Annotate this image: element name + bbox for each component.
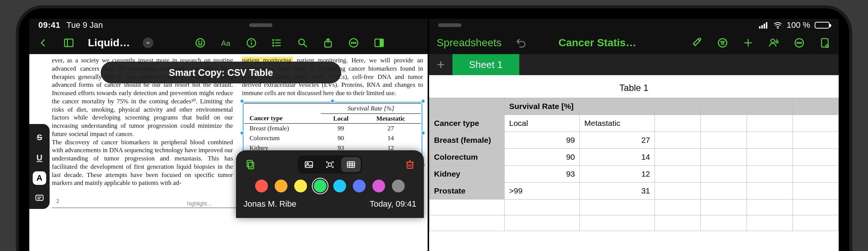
svg-rect-42	[761, 25, 763, 29]
resize-handle[interactable]	[240, 131, 244, 135]
undo-button[interactable]	[514, 36, 527, 49]
grid-cell[interactable]: Metastatic	[580, 115, 655, 132]
breadcrumb-spreadsheets[interactable]: Spreadsheets	[437, 37, 502, 49]
resize-handle[interactable]	[421, 99, 425, 103]
grid-cell[interactable]: 99	[505, 132, 580, 149]
underline-button[interactable]: U	[33, 151, 46, 165]
grid-cell[interactable]: 27	[580, 132, 655, 149]
format-brush-button[interactable]	[691, 36, 703, 49]
reader-app: 09:41 Tue 9 Jan Liquid… Aa	[29, 19, 428, 251]
color-swatch[interactable]	[294, 180, 307, 192]
color-swatch[interactable]	[353, 180, 366, 192]
svg-rect-26	[247, 160, 253, 167]
svg-point-12	[272, 45, 274, 46]
svg-point-10	[272, 39, 274, 41]
split-view-button[interactable]	[373, 36, 386, 49]
color-swatch[interactable]	[372, 180, 385, 192]
grid-rowhdr[interactable]: Cancer type	[429, 115, 505, 132]
more-button[interactable]	[793, 36, 806, 49]
info-button[interactable]	[245, 36, 258, 49]
multitask-pill-icon[interactable]	[249, 23, 272, 27]
svg-point-2	[196, 39, 204, 47]
grid-header-span[interactable]: Survival Rate [%]	[505, 98, 655, 115]
toast-label: Smart Copy: CSV Table	[169, 67, 273, 78]
resize-handle[interactable]	[330, 99, 335, 103]
sidebar-toggle-icon[interactable]	[62, 36, 75, 49]
ipad-bezel: 09:41 Tue 9 Jan Liquid… Aa	[19, 8, 849, 251]
sheet-tab-label: Sheet 1	[469, 59, 503, 71]
resize-handle[interactable]	[421, 131, 425, 135]
annotation-timestamp: Today, 09:41	[370, 199, 416, 209]
copy-page-button[interactable]	[243, 158, 256, 171]
svg-point-18	[351, 42, 352, 44]
annotation-author: Jonas M. Ribe	[243, 199, 296, 209]
color-swatch[interactable]	[314, 180, 327, 192]
spreadsheet-canvas[interactable]: Table 1 Survival Rate [%] Cancer typeLoc…	[429, 75, 839, 251]
multitask-pill-icon[interactable]	[438, 23, 461, 27]
svg-rect-0	[65, 39, 73, 47]
highlight-hint: highlight…	[187, 201, 212, 207]
text-style-button[interactable]: Aa	[219, 36, 232, 49]
color-swatch[interactable]	[333, 180, 346, 192]
document-title[interactable]: Liquid…	[88, 37, 130, 49]
numbers-app: 100 % Spreadsheets Cancer Statis… Sheet …	[428, 19, 839, 251]
svg-point-6	[251, 41, 251, 41]
inspector-button[interactable]	[818, 36, 831, 49]
color-swatch[interactable]	[392, 180, 405, 192]
svg-point-59	[801, 42, 802, 44]
collaborate-button[interactable]	[767, 36, 780, 49]
svg-rect-23	[36, 195, 43, 200]
grid-cell[interactable]: 90	[505, 149, 580, 166]
search-button[interactable]	[296, 36, 309, 49]
svg-rect-36	[407, 162, 413, 168]
table-title[interactable]: Table 1	[429, 75, 839, 98]
insert-button[interactable]	[742, 36, 755, 49]
grid-cell[interactable]: 31	[580, 183, 655, 200]
resize-handle[interactable]	[240, 99, 244, 103]
grid-cell[interactable]: Local	[505, 115, 580, 132]
smart-copy-toast: Smart Copy: CSV Table	[101, 62, 341, 83]
page-number: 2	[56, 198, 59, 204]
color-swatch[interactable]	[275, 180, 287, 192]
svg-point-45	[777, 28, 778, 29]
status-bar-left: 09:41 Tue 9 Jan	[29, 19, 428, 32]
grid-cell[interactable]: >99	[505, 183, 580, 200]
grid-rowhdr[interactable]: Colorectum	[429, 149, 505, 166]
outline-button[interactable]	[271, 36, 283, 49]
back-button[interactable]	[37, 36, 50, 49]
copy-format-segmented	[298, 156, 362, 174]
grid-cell[interactable]: 14	[580, 149, 655, 166]
svg-rect-44	[766, 22, 767, 29]
svg-point-57	[797, 42, 798, 44]
grid-cell[interactable]: 12	[580, 166, 655, 183]
spreadsheet-title[interactable]: Cancer Statis…	[558, 37, 636, 49]
sheet-tab-active[interactable]: Sheet 1	[452, 54, 519, 75]
filter-button[interactable]	[716, 36, 729, 49]
color-swatch[interactable]	[255, 180, 268, 192]
svg-text:Aa: Aa	[221, 39, 230, 47]
highlighter-button[interactable]	[194, 36, 207, 49]
more-button[interactable]	[347, 36, 360, 49]
annotation-popover: Jonas M. Ribe Today, 09:41	[236, 150, 424, 218]
textbox-button[interactable]: A	[33, 171, 46, 185]
grid-cell[interactable]: 93	[505, 166, 580, 183]
copy-as-table-button[interactable]	[341, 157, 361, 172]
numbers-toolbar: Spreadsheets Cancer Statis…	[429, 32, 839, 54]
svg-rect-22	[380, 39, 383, 47]
copy-as-scan-button[interactable]	[320, 157, 340, 172]
strikethrough-button[interactable]: S	[33, 131, 46, 144]
copy-as-image-button[interactable]	[299, 157, 319, 172]
share-button[interactable]	[322, 36, 334, 49]
delete-annotation-button[interactable]	[404, 158, 416, 171]
add-sheet-button[interactable]	[429, 54, 452, 75]
svg-point-58	[799, 42, 800, 44]
grid-rowhdr[interactable]: Kidney	[429, 166, 505, 183]
grid-rowhdr[interactable]: Breast (female)	[429, 132, 505, 149]
comment-button[interactable]	[33, 192, 46, 205]
grid-rowhdr[interactable]: Prostate	[429, 183, 505, 200]
svg-point-52	[771, 39, 775, 43]
spreadsheet-table[interactable]: Survival Rate [%] Cancer typeLocalMetast…	[429, 98, 839, 231]
svg-line-14	[304, 44, 307, 47]
clock: 09:41	[38, 20, 60, 30]
title-dropdown-icon[interactable]	[143, 38, 153, 48]
